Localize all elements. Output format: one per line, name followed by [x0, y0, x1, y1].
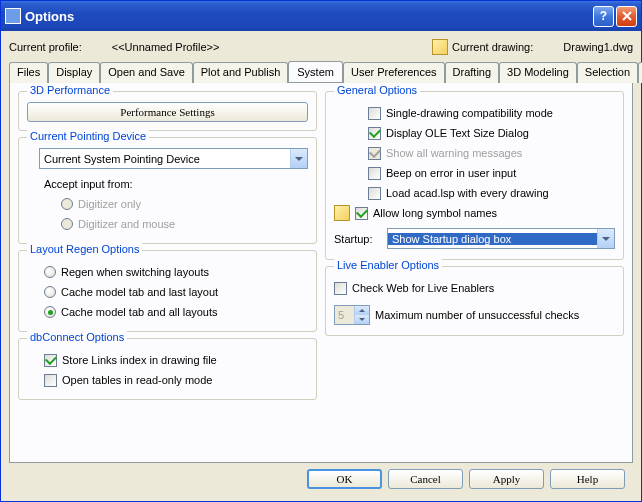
check-label: Allow long symbol names: [373, 207, 497, 219]
spinner-value: 5: [335, 309, 354, 321]
tab-system[interactable]: System: [288, 61, 343, 82]
check-label: Open tables in read-only mode: [62, 374, 212, 386]
radio-digitizer-only: [61, 198, 73, 210]
check-label: Single-drawing compatibility mode: [386, 107, 553, 119]
group-3d-performance: 3D Performance Performance Settings: [18, 91, 317, 131]
group-live-enabler: Live Enabler Options Check Web for Live …: [325, 266, 624, 336]
profile-row: Current profile: <<Unnamed Profile>> Cur…: [9, 37, 633, 57]
group-general-options: General Options Single-drawing compatibi…: [325, 91, 624, 260]
check-long-symbol-names[interactable]: [355, 207, 368, 220]
group-legend: Live Enabler Options: [334, 259, 442, 271]
chevron-down-icon[interactable]: [597, 229, 614, 248]
group-pointing-device: Current Pointing Device Current System P…: [18, 137, 317, 244]
current-profile-label: Current profile:: [9, 41, 82, 53]
radio-label: Regen when switching layouts: [61, 266, 209, 278]
tabstrip: Files Display Open and Save Plot and Pub…: [9, 61, 633, 82]
performance-settings-button[interactable]: Performance Settings: [27, 102, 308, 122]
tab-profiles[interactable]: Profiles: [638, 62, 642, 83]
pointing-device-combo[interactable]: Current System Pointing Device: [39, 148, 308, 169]
radio-cache-last[interactable]: [44, 286, 56, 298]
check-single-drawing[interactable]: [368, 107, 381, 120]
ok-button[interactable]: OK: [307, 469, 382, 489]
group-layout-regen: Layout Regen Options Regen when switchin…: [18, 250, 317, 332]
group-legend: dbConnect Options: [27, 331, 127, 343]
current-drawing-label: Current drawing:: [452, 41, 533, 53]
tab-3d-modeling[interactable]: 3D Modeling: [499, 62, 577, 83]
check-label: Show all warning messages: [386, 147, 522, 159]
spin-down-icon: [354, 315, 369, 324]
group-legend: General Options: [334, 84, 420, 96]
radio-label: Digitizer and mouse: [78, 218, 175, 230]
spin-up-icon: [354, 306, 369, 315]
dialog-footer: OK Cancel Apply Help: [9, 463, 633, 499]
options-dialog: Options ? Current profile: <<Unnamed Pro…: [0, 0, 642, 502]
startup-combo[interactable]: Show Startup dialog box: [387, 228, 615, 249]
tab-display[interactable]: Display: [48, 62, 100, 83]
check-label: Check Web for Live Enablers: [352, 282, 494, 294]
group-legend: 3D Performance: [27, 84, 113, 96]
close-icon: [622, 11, 632, 21]
close-button[interactable]: [616, 6, 637, 27]
check-beep[interactable]: [368, 167, 381, 180]
check-label: Store Links index in drawing file: [62, 354, 217, 366]
radio-label: Cache model tab and all layouts: [61, 306, 218, 318]
cancel-button[interactable]: Cancel: [388, 469, 463, 489]
radio-cache-all[interactable]: [44, 306, 56, 318]
tab-user-preferences[interactable]: User Preferences: [343, 62, 445, 83]
check-store-links[interactable]: [44, 354, 57, 367]
current-drawing-value: Drawing1.dwg: [563, 41, 633, 53]
window-title: Options: [25, 9, 74, 24]
check-label: Load acad.lsp with every drawing: [386, 187, 549, 199]
drawing-icon: [334, 205, 350, 221]
group-legend: Layout Regen Options: [27, 243, 142, 255]
check-web-live-enablers[interactable]: [334, 282, 347, 295]
chevron-down-icon[interactable]: [290, 149, 307, 168]
help-button[interactable]: Help: [550, 469, 625, 489]
group-dbconnect: dbConnect Options Store Links index in d…: [18, 338, 317, 400]
check-label: Display OLE Text Size Dialog: [386, 127, 529, 139]
drawing-icon: [432, 39, 448, 55]
app-icon: [5, 8, 21, 24]
startup-label: Startup:: [334, 233, 382, 245]
tab-selection[interactable]: Selection: [577, 62, 638, 83]
tab-open-save[interactable]: Open and Save: [100, 62, 192, 83]
radio-label: Cache model tab and last layout: [61, 286, 218, 298]
tab-panel-system: 3D Performance Performance Settings Curr…: [9, 82, 633, 463]
context-help-button[interactable]: ?: [593, 6, 614, 27]
combo-text: Current System Pointing Device: [40, 153, 290, 165]
max-checks-label: Maximum number of unsuccessful checks: [375, 309, 579, 321]
radio-label: Digitizer only: [78, 198, 141, 210]
tab-drafting[interactable]: Drafting: [445, 62, 500, 83]
radio-regen-switching[interactable]: [44, 266, 56, 278]
titlebar[interactable]: Options ?: [1, 1, 641, 31]
check-readonly-tables[interactable]: [44, 374, 57, 387]
current-profile-value: <<Unnamed Profile>>: [112, 41, 220, 53]
accept-input-label: Accept input from:: [44, 178, 133, 190]
tab-files[interactable]: Files: [9, 62, 48, 83]
check-load-acadlsp[interactable]: [368, 187, 381, 200]
check-ole-text-size[interactable]: [368, 127, 381, 140]
radio-digitizer-mouse: [61, 218, 73, 230]
check-label: Beep on error in user input: [386, 167, 516, 179]
combo-text: Show Startup dialog box: [388, 233, 597, 245]
group-legend: Current Pointing Device: [27, 130, 149, 142]
apply-button[interactable]: Apply: [469, 469, 544, 489]
max-checks-spinner: 5: [334, 305, 370, 325]
check-show-warnings: [368, 147, 381, 160]
tab-plot[interactable]: Plot and Publish: [193, 62, 289, 83]
